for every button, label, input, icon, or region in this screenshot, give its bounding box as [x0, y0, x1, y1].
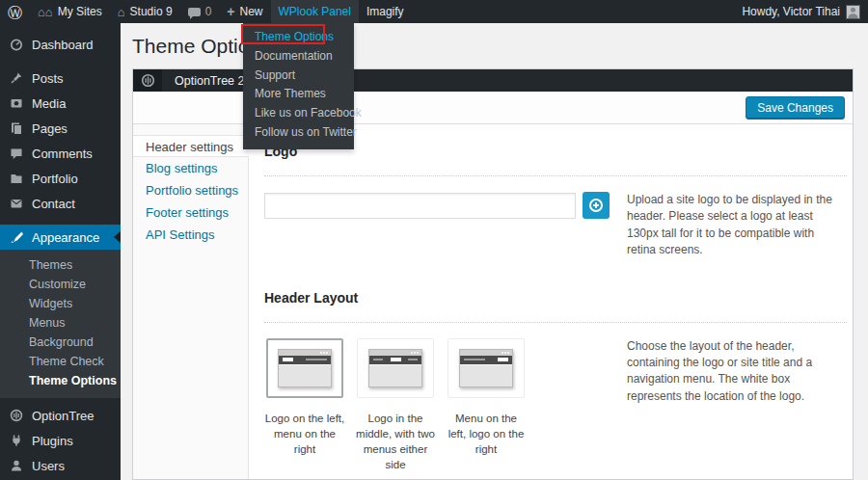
dotted-divider: [264, 175, 847, 176]
submenu-item-themes[interactable]: Themes: [0, 255, 121, 275]
admin-bar-account[interactable]: Howdy, Victor Tihai: [742, 0, 868, 23]
layout-caption: Logo in the middle, with two menus eithe…: [355, 411, 436, 472]
submenu-item-theme-check[interactable]: Theme Check: [0, 352, 121, 371]
optiontree-panel: OptionTree 2.6. Save Changes Header sett…: [132, 68, 854, 480]
layout-thumb-logo-left[interactable]: [266, 338, 343, 398]
panel-toolbar: Save Changes: [133, 92, 853, 124]
menu-item-theme-options[interactable]: Theme Options: [243, 28, 354, 47]
menu-item-support[interactable]: Support: [243, 67, 354, 86]
optiontree-icon: [9, 409, 23, 422]
layout-thumb-logo-right[interactable]: [448, 338, 525, 398]
plus-icon: +: [227, 5, 234, 18]
sidebar-label: OptionTree: [32, 409, 95, 423]
panel-body: Header settings Blog settings Portfolio …: [133, 124, 853, 479]
layout-thumb-logo-middle[interactable]: [357, 338, 434, 398]
menu-item-twitter[interactable]: Follow us on Twitter: [243, 123, 354, 143]
sidebar-label: Users: [32, 459, 65, 473]
sidebar-label: Comments: [32, 147, 93, 161]
logo-setting-row: Upload a site logo to be displayed in th…: [264, 192, 847, 259]
contact-icon: [9, 197, 23, 210]
submenu-item-customize[interactable]: Customize: [0, 275, 121, 294]
sidebar-label: Plugins: [32, 434, 73, 448]
admin-sidebar: Dashboard Posts Media Pages Comments Por…: [0, 23, 121, 480]
user-avatar-icon: [847, 6, 859, 18]
sidebar-label: Dashboard: [32, 38, 94, 52]
logo-description: Upload a site logo to be displayed in th…: [627, 192, 847, 259]
avatar: [846, 5, 860, 19]
wplook-dropdown-menu: Theme Options Documentation Support More…: [243, 23, 354, 149]
sidebar-item-portfolio[interactable]: Portfolio: [0, 166, 121, 191]
settings-content: Logo Upload a site logo to be displayed …: [249, 124, 853, 479]
sidebar-label: Portfolio: [32, 172, 78, 186]
header-layout-row: Logo on the left, menu on the right: [264, 338, 847, 472]
comment-bubble-icon: [188, 8, 201, 16]
admin-bar: Ⓦ ⌂⌂ My Sites ⌂ Studio 9 0 + New WPlook …: [0, 0, 868, 23]
layout-option-logo-left[interactable]: Logo on the left, menu on the right: [264, 338, 345, 472]
wordpress-logo-menu[interactable]: Ⓦ: [0, 0, 30, 23]
sidebar-item-optiontree[interactable]: OptionTree: [0, 403, 121, 428]
admin-bar-left: Ⓦ ⌂⌂ My Sites ⌂ Studio 9 0 + New WPlook …: [0, 0, 412, 23]
my-sites-icon: ⌂⌂: [38, 6, 53, 18]
page-title: Theme Options: [132, 35, 854, 58]
my-sites-menu[interactable]: ⌂⌂ My Sites: [30, 0, 110, 23]
logo-upload-input[interactable]: [264, 193, 576, 219]
pages-icon: [9, 121, 23, 135]
comment-count: 0: [205, 5, 212, 18]
imagify-label: Imagify: [366, 5, 404, 18]
plus-circle-icon: [589, 199, 603, 212]
optiontree-logo-icon: [133, 69, 162, 92]
dotted-divider: [264, 322, 847, 323]
optiontree-header: OptionTree 2.6.: [133, 69, 853, 92]
menu-item-facebook[interactable]: Like us on Facebook: [243, 104, 354, 123]
wplook-panel-menu[interactable]: WPlook Panel: [271, 0, 359, 23]
users-icon: [9, 459, 23, 472]
layout-caption: Menu on the left, logo on the right: [446, 411, 527, 457]
my-sites-label: My Sites: [58, 5, 102, 18]
tab-api-settings[interactable]: API Settings: [133, 224, 248, 246]
tab-portfolio-settings[interactable]: Portfolio settings: [133, 179, 248, 201]
site-name-label: Studio 9: [130, 5, 173, 18]
comments-shortcut[interactable]: 0: [180, 0, 220, 23]
sidebar-item-media[interactable]: Media: [0, 91, 121, 116]
sidebar-item-contact[interactable]: Contact: [0, 191, 121, 216]
sidebar-item-users[interactable]: Users: [0, 453, 121, 478]
wplook-panel-label: WPlook Panel: [279, 5, 351, 18]
layout-caption: Logo on the left, menu on the right: [264, 411, 345, 457]
submenu-item-widgets[interactable]: Widgets: [0, 294, 121, 313]
site-name-menu[interactable]: ⌂ Studio 9: [110, 0, 180, 23]
tab-blog-settings[interactable]: Blog settings: [133, 157, 248, 179]
wordpress-logo-icon: Ⓦ: [8, 5, 22, 19]
sidebar-item-posts[interactable]: Posts: [0, 66, 121, 91]
appearance-submenu: Themes Customize Widgets Menus Backgroun…: [0, 250, 121, 398]
sidebar-item-dashboard[interactable]: Dashboard: [0, 32, 121, 57]
layout-option-logo-middle[interactable]: Logo in the middle, with two menus eithe…: [355, 338, 436, 472]
layout-option-logo-right[interactable]: Menu on the left, logo on the right: [446, 338, 527, 472]
imagify-menu[interactable]: Imagify: [359, 0, 412, 23]
sidebar-label: Pages: [32, 121, 68, 136]
save-changes-button[interactable]: Save Changes: [746, 96, 845, 120]
sidebar-item-plugins[interactable]: Plugins: [0, 428, 121, 453]
sidebar-label: Posts: [32, 71, 64, 86]
sidebar-label: Media: [32, 96, 66, 111]
tab-header-settings[interactable]: Header settings: [133, 135, 249, 157]
sidebar-label: Contact: [32, 197, 75, 211]
menu-item-documentation[interactable]: Documentation: [243, 47, 354, 67]
posts-icon: [9, 71, 23, 85]
dashboard-icon: [9, 38, 23, 51]
sidebar-item-comments[interactable]: Comments: [0, 141, 121, 166]
portfolio-icon: [9, 172, 23, 185]
submenu-item-theme-options[interactable]: Theme Options: [0, 371, 121, 390]
sidebar-item-pages[interactable]: Pages: [0, 116, 121, 141]
home-icon: ⌂: [118, 6, 125, 18]
appearance-icon: [9, 230, 23, 244]
howdy-label: Howdy, Victor Tihai: [742, 5, 840, 18]
submenu-item-menus[interactable]: Menus: [0, 313, 121, 333]
settings-tab-list: Header settings Blog settings Portfolio …: [133, 124, 249, 479]
tab-footer-settings[interactable]: Footer settings: [133, 201, 248, 224]
add-media-button[interactable]: [583, 192, 610, 219]
plugins-icon: [9, 434, 23, 447]
menu-item-more-themes[interactable]: More Themes: [243, 85, 354, 104]
new-content-menu[interactable]: + New: [219, 0, 270, 23]
sidebar-item-appearance[interactable]: Appearance: [0, 225, 121, 250]
submenu-item-background[interactable]: Background: [0, 333, 121, 352]
